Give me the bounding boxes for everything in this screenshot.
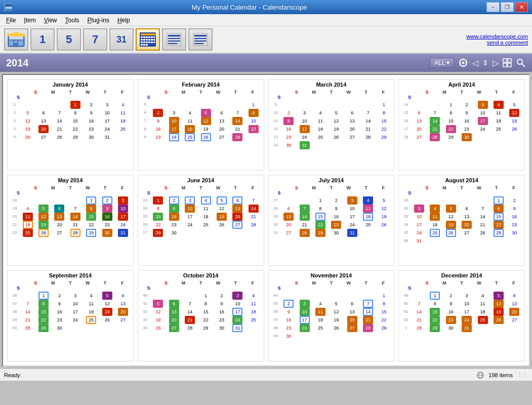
day-cell[interactable]: 18 [478,308,488,316]
day-cell[interactable]: 9 [446,300,456,308]
day-cell[interactable]: 24 [300,133,310,141]
day-cell[interactable]: 11 [315,308,325,316]
day-cell[interactable]: 11 [86,300,96,308]
day-cell[interactable]: 15 [379,117,389,125]
day-cell[interactable]: 8 [379,109,389,117]
day-cell[interactable] [185,292,195,300]
day-cell[interactable] [249,324,259,332]
day-cell[interactable]: 3 [478,101,488,109]
day-cell[interactable]: 13 [38,117,49,125]
day-cell[interactable]: 9 [102,205,112,213]
day-cell[interactable]: 1 [379,292,389,300]
day-cell[interactable]: 25 [249,316,259,324]
day-cell[interactable]: 17 [347,213,357,221]
day-cell[interactable]: 12 [509,109,519,117]
day-cell[interactable]: 10 [300,117,310,125]
day-cell[interactable]: 18 [249,308,259,316]
day-cell[interactable]: 3 [462,292,472,300]
list-view-button[interactable] [162,28,186,51]
day-cell[interactable]: 6 [347,109,357,117]
day-cell[interactable]: 26 [102,316,112,324]
home-button[interactable] [4,28,28,51]
day-cell[interactable]: 22 [249,125,259,133]
day-cell[interactable] [23,101,33,109]
day-cell[interactable]: 16 [283,316,294,324]
day-cell[interactable]: 30 [283,332,294,340]
day-cell[interactable]: 7 [478,205,488,213]
day-cell[interactable] [70,324,80,332]
day-cell[interactable]: 26 [38,229,49,237]
day-cell[interactable]: 15 [70,117,80,125]
day-cell[interactable]: 24 [169,133,179,141]
day-cell[interactable]: 5 [38,205,49,213]
day-cell[interactable]: 13 [232,205,242,213]
day-cell[interactable]: 4 [430,205,440,213]
day-cell[interactable] [38,101,49,109]
day-cell[interactable]: 23 [54,316,64,324]
day-cell[interactable] [430,196,440,205]
day-cell[interactable] [347,101,357,109]
day-cell[interactable]: 28 [185,324,195,332]
day-cell[interactable] [102,324,112,332]
menu-item[interactable]: Item [20,16,39,25]
day-cell[interactable]: 22 [494,221,504,229]
day-cell[interactable] [430,237,440,245]
day-cell[interactable]: 23 [283,133,294,141]
day-cell[interactable]: 1 [70,101,80,109]
day-cell[interactable]: 24 [70,316,80,324]
day-cell[interactable] [249,133,259,141]
day-cell[interactable]: 7 [185,300,195,308]
day-cell[interactable] [185,101,195,109]
day-cell[interactable]: 20 [509,308,519,316]
day-cell[interactable]: 12 [494,300,504,308]
day-cell[interactable] [414,101,424,109]
day-cell[interactable]: 1 [38,292,49,300]
day-cell[interactable]: 20 [217,125,227,133]
day-cell[interactable]: 17 [414,221,424,229]
day-cell[interactable]: 14 [54,117,64,125]
day-cell[interactable]: 22 [446,125,456,133]
day-cell[interactable]: 8 [86,205,96,213]
day-cell[interactable]: 2 [153,109,163,117]
day-cell[interactable]: 1 [201,292,211,300]
day-cell[interactable]: 12 [102,300,112,308]
day-cell[interactable]: 5 [379,196,389,205]
day-cell[interactable]: 19 [331,316,341,324]
day-cell[interactable]: 2 [331,196,341,205]
day-cell[interactable]: 24 [118,221,128,229]
day-cell[interactable] [509,324,519,332]
day-cell[interactable]: 14 [363,117,373,125]
day-cell[interactable]: 28 [232,133,242,141]
day-cell[interactable]: 7 [232,109,242,117]
split-button[interactable]: ⇕ [482,59,488,67]
day-cell[interactable]: 30 [331,229,341,237]
day-cell[interactable]: 19 [23,125,33,133]
day-cell[interactable]: 21 [249,213,259,221]
day-cell[interactable]: 25 [315,133,325,141]
day-cell[interactable]: 12 [217,205,227,213]
day31-button[interactable]: 31 [109,28,134,51]
day-cell[interactable] [54,101,64,109]
day-cell[interactable]: 16 [54,308,64,316]
day-cell[interactable]: 1 [446,101,456,109]
day-cell[interactable] [118,133,128,141]
day-cell[interactable] [118,324,128,332]
day-cell[interactable] [300,332,310,340]
day-cell[interactable]: 25 [86,316,96,324]
day-cell[interactable]: 11 [201,205,211,213]
day-cell[interactable]: 8 [379,300,389,308]
day-cell[interactable] [283,101,294,109]
day-cell[interactable] [347,292,357,300]
day-cell[interactable]: 20 [462,221,472,229]
day-cell[interactable]: 14 [23,308,33,316]
day-cell[interactable]: 16 [283,125,294,133]
day-cell[interactable] [315,292,325,300]
day-cell[interactable]: 20 [283,221,294,229]
day-cell[interactable] [23,292,33,300]
day-cell[interactable]: 21 [430,125,440,133]
day-cell[interactable]: 15 [249,117,259,125]
day-cell[interactable]: 23 [153,133,163,141]
day-cell[interactable]: 29 [70,133,80,141]
day-cell[interactable] [478,324,488,332]
day-cell[interactable]: 29 [38,324,49,332]
